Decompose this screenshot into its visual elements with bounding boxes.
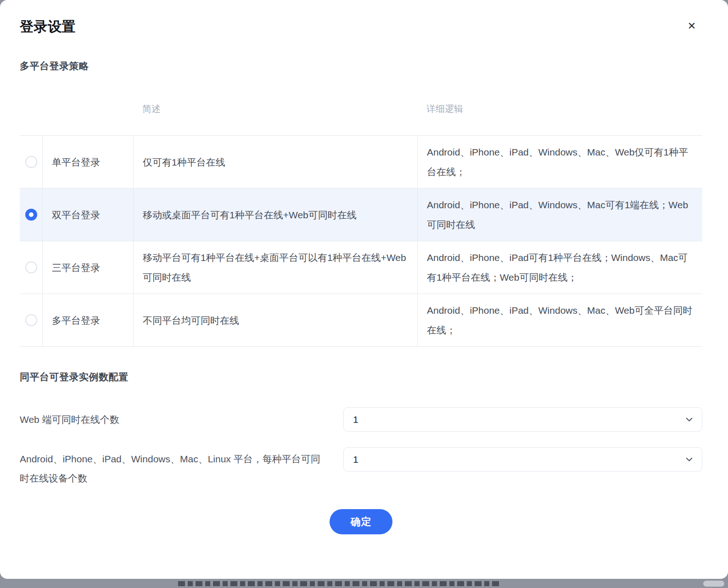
strategy-name: 三平台登录	[42, 241, 133, 294]
platform-instances-label: Android、iPhone、iPad、Windows、Mac、Linux 平台…	[20, 449, 343, 488]
brief-column-header: 简述	[133, 103, 417, 115]
confirm-button[interactable]: 确定	[330, 509, 392, 534]
web-instances-label: Web 端可同时在线个数	[20, 410, 343, 429]
dialog-header: 登录设置 ✕	[20, 18, 702, 35]
name-column-header	[42, 103, 133, 115]
radio-triple-platform[interactable]	[25, 261, 37, 273]
strategy-section-heading: 多平台登录策略	[20, 60, 702, 72]
strategy-table: 单平台登录 仅可有1种平台在线 Android、iPhone、iPad、Wind…	[20, 135, 702, 347]
strategy-detail: Android、iPhone、iPad、Windows、Mac、Web可全平台同…	[417, 294, 702, 346]
platform-instances-select[interactable]: 1	[343, 447, 702, 472]
strategy-detail: Android、iPhone、iPad可有1种平台在线；Windows、Mac可…	[417, 241, 702, 294]
strategy-brief: 移动平台可有1种平台在线+桌面平台可以有1种平台在线+Web可同时在线	[133, 241, 417, 294]
platform-instances-value: 1	[353, 454, 358, 465]
web-instances-value: 1	[353, 414, 358, 425]
chevron-down-icon	[685, 415, 694, 424]
strategy-row-dual-platform[interactable]: 双平台登录 移动或桌面平台可有1种平台在线+Web可同时在线 Android、i…	[20, 189, 702, 241]
login-settings-dialog: 登录设置 ✕ 多平台登录策略 简述 详细逻辑 单平台登录 仅可有1种平台在线 A…	[0, 0, 728, 579]
strategy-detail: Android、iPhone、iPad、Windows、Mac、Web仅可有1种…	[417, 136, 702, 188]
strategy-detail: Android、iPhone、iPad、Windows、Mac可有1端在线；We…	[417, 189, 702, 241]
strategy-brief: 移动或桌面平台可有1种平台在线+Web可同时在线	[133, 189, 417, 241]
platform-instances-row: Android、iPhone、iPad、Windows、Mac、Linux 平台…	[20, 447, 702, 488]
page-background: 登录设置 ✕ 多平台登录策略 简述 详细逻辑 单平台登录 仅可有1种平台在线 A…	[0, 0, 728, 588]
detail-column-header: 详细逻辑	[417, 103, 702, 115]
strategy-row-multi-platform[interactable]: 多平台登录 不同平台均可同时在线 Android、iPhone、iPad、Win…	[20, 294, 702, 347]
strategy-row-triple-platform[interactable]: 三平台登录 移动平台可有1种平台在线+桌面平台可以有1种平台在线+Web可同时在…	[20, 241, 702, 294]
radio-dual-platform[interactable]	[25, 209, 37, 221]
dialog-title: 登录设置	[20, 18, 702, 35]
radio-column-header	[20, 103, 42, 115]
radio-multi-platform[interactable]	[25, 314, 37, 326]
strategy-table-header: 简述 详细逻辑	[20, 103, 702, 135]
background-page-scrollbar	[703, 581, 724, 587]
strategy-name: 双平台登录	[42, 189, 133, 241]
web-instances-row: Web 端可同时在线个数 1	[20, 407, 702, 432]
strategy-brief: 不同平台均可同时在线	[133, 294, 417, 346]
strategy-row-single-platform[interactable]: 单平台登录 仅可有1种平台在线 Android、iPhone、iPad、Wind…	[20, 136, 702, 189]
strategy-brief: 仅可有1种平台在线	[133, 136, 417, 188]
instance-section-heading: 同平台可登录实例数配置	[20, 371, 702, 383]
strategy-name: 单平台登录	[42, 136, 133, 188]
strategy-name: 多平台登录	[42, 294, 133, 346]
background-page-clipped-text	[178, 581, 500, 586]
chevron-down-icon	[685, 455, 694, 464]
web-instances-select[interactable]: 1	[343, 407, 702, 432]
close-icon[interactable]: ✕	[685, 19, 699, 33]
dialog-footer: 确定	[20, 509, 702, 534]
radio-single-platform[interactable]	[25, 156, 37, 168]
